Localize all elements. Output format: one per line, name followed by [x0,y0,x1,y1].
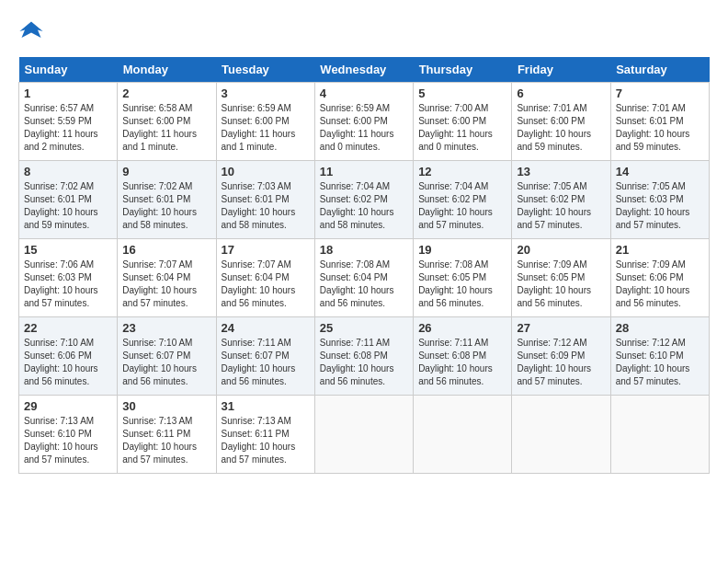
calendar-cell: 16Sunrise: 7:07 AMSunset: 6:04 PMDayligh… [118,239,216,317]
day-content: Sunrise: 7:05 AMSunset: 6:02 PMDaylight:… [517,180,605,232]
calendar-cell: 30Sunrise: 7:13 AMSunset: 6:11 PMDayligh… [118,396,216,474]
day-number: 15 [24,243,112,257]
day-content: Sunrise: 7:02 AMSunset: 6:01 PMDaylight:… [122,180,210,232]
day-number: 22 [24,321,112,335]
calendar-cell: 2Sunrise: 6:58 AMSunset: 6:00 PMDaylight… [118,83,216,161]
day-content: Sunrise: 7:01 AMSunset: 6:01 PMDaylight:… [616,102,704,154]
calendar-cell: 9Sunrise: 7:02 AMSunset: 6:01 PMDaylight… [118,161,216,239]
day-content: Sunrise: 7:13 AMSunset: 6:11 PMDaylight:… [122,415,210,466]
calendar-cell: 18Sunrise: 7:08 AMSunset: 6:04 PMDayligh… [314,239,413,317]
calendar-week-3: 15Sunrise: 7:06 AMSunset: 6:03 PMDayligh… [19,239,710,317]
day-number: 4 [320,86,408,100]
day-content: Sunrise: 7:02 AMSunset: 6:01 PMDaylight:… [24,180,112,232]
calendar-cell: 15Sunrise: 7:06 AMSunset: 6:03 PMDayligh… [19,239,118,317]
calendar-header-tuesday: Tuesday [216,57,314,83]
day-content: Sunrise: 7:03 AMSunset: 6:01 PMDaylight:… [222,180,310,232]
day-number: 27 [517,321,605,335]
calendar-header-sunday: Sunday [19,57,118,83]
day-number: 3 [222,86,310,100]
calendar-cell: 12Sunrise: 7:04 AMSunset: 6:02 PMDayligh… [414,161,512,239]
day-content: Sunrise: 7:11 AMSunset: 6:07 PMDaylight:… [222,337,310,388]
calendar-header-thursday: Thursday [414,57,512,83]
calendar-week-2: 8Sunrise: 7:02 AMSunset: 6:01 PMDaylight… [19,161,710,239]
calendar-cell: 4Sunrise: 6:59 AMSunset: 6:00 PMDaylight… [314,83,413,161]
day-content: Sunrise: 7:05 AMSunset: 6:03 PMDaylight:… [616,180,704,232]
day-content: Sunrise: 7:07 AMSunset: 6:04 PMDaylight:… [222,259,310,310]
calendar-cell: 1Sunrise: 6:57 AMSunset: 5:59 PMDaylight… [19,83,118,161]
day-content: Sunrise: 7:04 AMSunset: 6:02 PMDaylight:… [418,180,506,232]
logo [18,18,48,48]
day-number: 12 [418,165,506,178]
day-content: Sunrise: 6:58 AMSunset: 6:00 PMDaylight:… [122,102,210,154]
day-number: 5 [418,86,506,100]
calendar-header-row: SundayMondayTuesdayWednesdayThursdayFrid… [19,57,710,83]
day-content: Sunrise: 7:11 AMSunset: 6:08 PMDaylight:… [320,337,408,388]
svg-marker-0 [19,22,42,39]
day-content: Sunrise: 7:10 AMSunset: 6:07 PMDaylight:… [122,337,210,388]
calendar-header-saturday: Saturday [610,57,709,83]
day-content: Sunrise: 6:57 AMSunset: 5:59 PMDaylight:… [24,102,112,154]
day-content: Sunrise: 7:06 AMSunset: 6:03 PMDaylight:… [24,259,112,310]
day-content: Sunrise: 6:59 AMSunset: 6:00 PMDaylight:… [222,102,310,154]
calendar-header-monday: Monday [118,57,216,83]
calendar-cell: 25Sunrise: 7:11 AMSunset: 6:08 PMDayligh… [314,317,413,396]
calendar-header-friday: Friday [512,57,610,83]
calendar-cell [610,396,709,474]
day-number: 20 [517,243,605,257]
day-content: Sunrise: 7:12 AMSunset: 6:09 PMDaylight:… [517,337,605,388]
calendar-cell [314,396,413,474]
day-content: Sunrise: 7:09 AMSunset: 6:06 PMDaylight:… [616,259,704,310]
calendar-cell: 19Sunrise: 7:08 AMSunset: 6:05 PMDayligh… [414,239,512,317]
calendar-cell: 6Sunrise: 7:01 AMSunset: 6:00 PMDaylight… [512,83,610,161]
calendar-cell: 24Sunrise: 7:11 AMSunset: 6:07 PMDayligh… [216,317,314,396]
day-number: 24 [222,321,310,335]
day-number: 31 [222,399,310,413]
header [18,18,710,48]
calendar-cell: 27Sunrise: 7:12 AMSunset: 6:09 PMDayligh… [512,317,610,396]
calendar-cell [512,396,610,474]
calendar-cell: 8Sunrise: 7:02 AMSunset: 6:01 PMDaylight… [19,161,118,239]
day-number: 11 [320,165,408,178]
day-number: 29 [24,399,112,413]
calendar-cell: 23Sunrise: 7:10 AMSunset: 6:07 PMDayligh… [118,317,216,396]
calendar-cell: 28Sunrise: 7:12 AMSunset: 6:10 PMDayligh… [610,317,709,396]
calendar-cell: 3Sunrise: 6:59 AMSunset: 6:00 PMDaylight… [216,83,314,161]
day-number: 14 [616,165,704,178]
day-number: 18 [320,243,408,257]
day-content: Sunrise: 7:11 AMSunset: 6:08 PMDaylight:… [418,337,506,388]
calendar-cell: 22Sunrise: 7:10 AMSunset: 6:06 PMDayligh… [19,317,118,396]
calendar-cell: 29Sunrise: 7:13 AMSunset: 6:10 PMDayligh… [19,396,118,474]
calendar-cell: 11Sunrise: 7:04 AMSunset: 6:02 PMDayligh… [314,161,413,239]
day-content: Sunrise: 7:00 AMSunset: 6:00 PMDaylight:… [418,102,506,154]
day-number: 6 [517,86,605,100]
day-content: Sunrise: 7:08 AMSunset: 6:05 PMDaylight:… [418,259,506,310]
calendar-cell: 13Sunrise: 7:05 AMSunset: 6:02 PMDayligh… [512,161,610,239]
day-number: 9 [122,165,210,178]
day-number: 10 [222,165,310,178]
day-content: Sunrise: 7:09 AMSunset: 6:05 PMDaylight:… [517,259,605,310]
calendar-table: SundayMondayTuesdayWednesdayThursdayFrid… [18,57,710,474]
calendar-cell: 26Sunrise: 7:11 AMSunset: 6:08 PMDayligh… [414,317,512,396]
day-number: 2 [122,86,210,100]
day-number: 19 [418,243,506,257]
day-content: Sunrise: 7:07 AMSunset: 6:04 PMDaylight:… [122,259,210,310]
day-content: Sunrise: 7:08 AMSunset: 6:04 PMDaylight:… [320,259,408,310]
calendar-cell: 5Sunrise: 7:00 AMSunset: 6:00 PMDaylight… [414,83,512,161]
calendar-header-wednesday: Wednesday [314,57,413,83]
calendar-cell: 7Sunrise: 7:01 AMSunset: 6:01 PMDaylight… [610,83,709,161]
calendar-cell: 31Sunrise: 7:13 AMSunset: 6:11 PMDayligh… [216,396,314,474]
day-content: Sunrise: 7:01 AMSunset: 6:00 PMDaylight:… [517,102,605,154]
day-content: Sunrise: 7:12 AMSunset: 6:10 PMDaylight:… [616,337,704,388]
calendar-week-4: 22Sunrise: 7:10 AMSunset: 6:06 PMDayligh… [19,317,710,396]
day-number: 8 [24,165,112,178]
calendar-week-1: 1Sunrise: 6:57 AMSunset: 5:59 PMDaylight… [19,83,710,161]
day-number: 13 [517,165,605,178]
calendar-cell [414,396,512,474]
day-content: Sunrise: 7:04 AMSunset: 6:02 PMDaylight:… [320,180,408,232]
day-content: Sunrise: 7:13 AMSunset: 6:11 PMDaylight:… [222,415,310,466]
day-number: 1 [24,86,112,100]
day-number: 28 [616,321,704,335]
day-content: Sunrise: 7:10 AMSunset: 6:06 PMDaylight:… [24,337,112,388]
day-number: 17 [222,243,310,257]
day-content: Sunrise: 7:13 AMSunset: 6:10 PMDaylight:… [24,415,112,466]
